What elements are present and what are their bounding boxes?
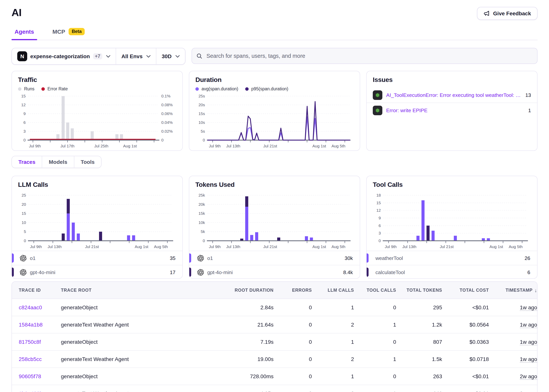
project-logo-icon: N [17,51,27,61]
svg-text:Jul 17th: Jul 17th [60,144,75,148]
table-cell: 2 [312,391,354,392]
series-total-row: weatherTool26 [367,251,537,265]
traffic-legend: RunsError Rate [18,86,176,91]
column-header[interactable]: Trace Root [61,288,191,293]
series-name: o1 [207,255,345,261]
svg-text:Jul 21st: Jul 21st [263,245,277,249]
series-total-value: 17 [170,269,175,275]
table-cell: 1 [354,322,396,328]
tab-agents[interactable]: Agents [12,25,37,40]
table-cell: 1w ago [489,356,537,362]
table-row[interactable]: c824aac0generateObject2.84s010295<$0.011… [12,299,537,316]
column-header[interactable]: Total Cost [442,288,489,293]
column-header[interactable]: Total Tokens [396,288,442,293]
table-cell: 0 [274,322,312,328]
svg-text:25: 25 [22,193,26,197]
table-cell: 1 [354,356,396,362]
issue-row[interactable]: AI_ToolExecutionError: Error executing t… [367,88,537,103]
table-row[interactable]: 1584a1b8generateText Weather Agent21.64s… [12,316,537,333]
tool-calls-title: Tool Calls [373,181,531,189]
give-feedback-button[interactable]: Give Feedback [477,7,537,20]
timestamp-link[interactable]: 1w ago [520,356,537,362]
svg-text:9: 9 [23,112,26,116]
llm-calls-chart: 0510152025Jul 9thJul 13thJul 21stAug 1st… [18,193,176,251]
timestamp-link[interactable]: 1w ago [520,321,537,328]
svg-text:0: 0 [378,238,381,243]
timestamp-link[interactable]: 1w ago [520,339,537,345]
svg-text:12: 12 [376,208,381,212]
tab-traces[interactable]: Traces [12,156,42,168]
column-header[interactable]: Tool Calls [354,288,396,293]
column-header[interactable]: Root Duration [191,288,274,293]
series-name: weatherTool [375,255,524,261]
svg-text:Jul 9th: Jul 9th [385,245,397,249]
svg-text:Aug 1st: Aug 1st [489,245,503,249]
timestamp-link[interactable]: 2w ago [520,373,537,379]
svg-text:20: 20 [22,202,26,207]
table-row[interactable]: 90605f78generateObject728.00ms010263<$0.… [12,367,537,385]
issues-list: AI_ToolExecutionError: Error executing t… [367,88,537,118]
legend-dot [245,87,249,91]
table-cell: 4.95s [191,391,274,392]
series-name: o1 [30,255,170,261]
issue-link[interactable]: Error: write EPIPE [386,108,524,113]
chevron-down-icon [106,55,110,58]
svg-text:0: 0 [161,138,164,142]
svg-text:0: 0 [23,138,26,142]
svg-text:Jul 9th: Jul 9th [209,144,221,148]
table-cell: generateObject [61,339,191,345]
env-filter[interactable]: All Envs [116,48,156,64]
series-color-strip [12,253,14,263]
table-cell: 649 [396,391,442,392]
table-cell: 21.64s [191,322,274,328]
table-cell: generateText Weather Agent [61,356,191,362]
sub-tabs: Traces Models Tools [12,156,101,168]
table-cell: 1.5k [396,356,442,362]
svg-text:20s: 20s [199,103,205,107]
table-cell: 728.00ms [191,373,274,379]
chevron-down-icon [146,55,150,58]
openai-icon [197,255,204,261]
date-range-filter[interactable]: 30D [156,48,185,64]
column-header[interactable]: Timestamp↓ [489,287,537,293]
svg-text:5s: 5s [201,129,205,133]
timestamp-link[interactable]: 2w ago [520,390,537,392]
project-filter[interactable]: N expense-categorization +7 [12,48,116,64]
tab-tools[interactable]: Tools [74,156,101,168]
series-color-strip [12,268,14,277]
trace-id-link[interactable]: 81750c8f [12,339,61,345]
search-input[interactable] [206,52,533,59]
svg-text:Aug 5th: Aug 5th [509,245,523,249]
tab-mcp[interactable]: MCP Beta [50,25,88,40]
trace-id-link[interactable]: 90605f78 [12,373,61,379]
trace-id-link[interactable]: 1584a1b8 [12,322,61,328]
issue-link[interactable]: AI_ToolExecutionError: Error executing t… [386,92,521,98]
table-cell: 1 [312,373,354,379]
svg-text:3: 3 [378,231,381,235]
table-row[interactable]: 258cb5ccgenerateText Weather Agent19.00s… [12,350,537,367]
table-cell: 295 [396,304,442,310]
legend-dot [41,87,45,91]
table-cell: 1 [354,391,396,392]
column-header[interactable]: LLM Calls [312,288,354,293]
table-cell: 0 [354,304,396,310]
trace-id-link[interactable]: 258cb5cc [12,356,61,362]
column-header[interactable]: Trace ID [12,288,61,293]
openai-icon [197,269,204,275]
table-cell: 0 [274,391,312,392]
trace-id-link[interactable]: c824aac0 [12,304,61,310]
trace-id-link[interactable]: 1b9a433b [12,391,61,392]
timestamp-link[interactable]: 1w ago [520,304,537,311]
table-cell: 0 [274,356,312,362]
table-row[interactable]: 81750c8fgenerateObject7.19s010807$0.0363… [12,333,537,350]
svg-text:15: 15 [22,211,26,216]
issue-row[interactable]: Error: write EPIPE1 [367,103,537,118]
legend-dot [195,87,199,91]
tab-models[interactable]: Models [42,156,74,168]
table-row[interactable]: 1b9a433bgenerateText Weather Agent4.95s0… [12,385,537,392]
column-header[interactable]: Errors [274,288,312,293]
svg-text:Jul 13th: Jul 13th [226,144,240,148]
table-cell: 0 [354,339,396,345]
legend-label: avg(span.duration) [201,86,238,91]
traffic-title: Traffic [18,76,176,84]
